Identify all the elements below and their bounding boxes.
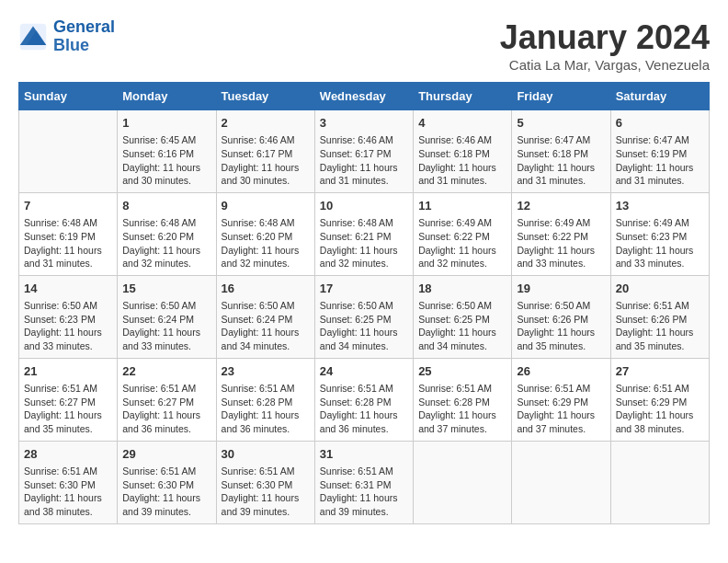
day-number: 27 — [616, 363, 704, 380]
day-info-line: Sunset: 6:18 PM — [517, 147, 605, 161]
weekday-header: Monday — [118, 83, 216, 110]
day-info-line: and 38 minutes. — [24, 505, 112, 519]
day-info-line: and 33 minutes. — [24, 339, 112, 353]
day-info-line: Sunrise: 6:50 AM — [24, 299, 112, 313]
day-info-line: Daylight: 11 hours — [122, 408, 210, 422]
calendar-cell: 29Sunrise: 6:51 AMSunset: 6:30 PMDayligh… — [118, 441, 216, 523]
day-info-line: Sunrise: 6:48 AM — [122, 216, 210, 230]
day-info-line: Sunset: 6:23 PM — [24, 313, 112, 327]
day-info-line: and 39 minutes. — [320, 505, 408, 519]
day-info-line: Sunrise: 6:51 AM — [24, 382, 112, 396]
weekday-header: Sunday — [19, 83, 118, 110]
day-info-line: Sunrise: 6:50 AM — [418, 299, 506, 313]
calendar-week-row: 28Sunrise: 6:51 AMSunset: 6:30 PMDayligh… — [19, 441, 710, 523]
day-info-line: Sunset: 6:17 PM — [320, 147, 408, 161]
calendar-cell: 23Sunrise: 6:51 AMSunset: 6:28 PMDayligh… — [216, 358, 314, 441]
day-info-line: and 32 minutes. — [222, 257, 310, 270]
day-info-line: Sunset: 6:28 PM — [222, 396, 310, 409]
calendar-cell: 21Sunrise: 6:51 AMSunset: 6:27 PMDayligh… — [19, 358, 118, 441]
day-number: 9 — [222, 198, 310, 214]
day-info-line: Daylight: 11 hours — [24, 408, 112, 422]
day-number: 10 — [320, 198, 408, 214]
day-info-line: Sunrise: 6:51 AM — [616, 382, 704, 396]
day-info-line: Sunset: 6:18 PM — [418, 147, 506, 161]
calendar-cell: 10Sunrise: 6:48 AMSunset: 6:21 PMDayligh… — [314, 192, 413, 275]
day-info-line: Sunrise: 6:51 AM — [122, 382, 210, 396]
day-info-line: Daylight: 11 hours — [616, 161, 704, 175]
day-info-line: Sunrise: 6:51 AM — [24, 465, 112, 478]
day-info-line: Sunset: 6:30 PM — [222, 478, 310, 492]
day-info-line: Daylight: 11 hours — [222, 161, 310, 175]
day-info-line: Sunset: 6:27 PM — [122, 396, 210, 409]
day-info-line: Sunrise: 6:49 AM — [418, 216, 506, 230]
calendar-cell: 30Sunrise: 6:51 AMSunset: 6:30 PMDayligh… — [216, 441, 314, 523]
calendar-cell: 3Sunrise: 6:46 AMSunset: 6:17 PMDaylight… — [314, 110, 413, 193]
day-info-line: and 33 minutes. — [517, 257, 605, 270]
day-number: 15 — [122, 281, 210, 297]
calendar-cell: 15Sunrise: 6:50 AMSunset: 6:24 PMDayligh… — [118, 275, 216, 358]
day-info-line: Daylight: 11 hours — [320, 408, 408, 422]
logo: General Blue — [18, 18, 115, 55]
day-info-line: Sunrise: 6:48 AM — [24, 216, 112, 230]
calendar-cell: 14Sunrise: 6:50 AMSunset: 6:23 PMDayligh… — [19, 275, 118, 358]
calendar-cell: 13Sunrise: 6:49 AMSunset: 6:23 PMDayligh… — [610, 192, 709, 275]
day-number: 28 — [24, 446, 112, 463]
day-info-line: Sunrise: 6:51 AM — [320, 465, 408, 478]
day-info-line: Daylight: 11 hours — [24, 491, 112, 505]
day-info-line: Sunrise: 6:51 AM — [616, 299, 704, 313]
day-number: 4 — [418, 115, 506, 132]
day-number: 25 — [418, 363, 506, 380]
day-info-line: Sunrise: 6:46 AM — [418, 133, 506, 147]
month-title: January 2024 — [500, 18, 710, 57]
day-info-line: Daylight: 11 hours — [24, 244, 112, 258]
day-info-line: Sunrise: 6:51 AM — [222, 465, 310, 478]
day-number: 11 — [418, 198, 506, 214]
day-info-line: Sunrise: 6:51 AM — [320, 382, 408, 396]
logo-icon — [18, 22, 48, 52]
day-info-line: Daylight: 11 hours — [222, 408, 310, 422]
calendar-cell: 11Sunrise: 6:49 AMSunset: 6:22 PMDayligh… — [414, 192, 512, 275]
day-info-line: Sunrise: 6:49 AM — [616, 216, 704, 230]
day-number: 16 — [222, 281, 310, 297]
day-info-line: and 36 minutes. — [122, 422, 210, 436]
day-info-line: Sunrise: 6:49 AM — [517, 216, 605, 230]
calendar-cell: 8Sunrise: 6:48 AMSunset: 6:20 PMDaylight… — [118, 192, 216, 275]
day-number: 13 — [616, 198, 704, 214]
day-info-line: Sunset: 6:26 PM — [517, 313, 605, 327]
day-info-line: Daylight: 11 hours — [418, 408, 506, 422]
day-info-line: Daylight: 11 hours — [616, 244, 704, 258]
day-number: 3 — [320, 115, 408, 132]
calendar-cell: 12Sunrise: 6:49 AMSunset: 6:22 PMDayligh… — [512, 192, 610, 275]
day-number: 12 — [517, 198, 605, 214]
day-info-line: Daylight: 11 hours — [122, 244, 210, 258]
day-info-line: Daylight: 11 hours — [320, 326, 408, 339]
day-info-line: and 36 minutes. — [222, 422, 310, 436]
calendar-cell: 25Sunrise: 6:51 AMSunset: 6:28 PMDayligh… — [414, 358, 512, 441]
day-info-line: Sunrise: 6:48 AM — [320, 216, 408, 230]
day-info-line: and 32 minutes. — [418, 257, 506, 270]
calendar-cell: 4Sunrise: 6:46 AMSunset: 6:18 PMDaylight… — [414, 110, 512, 193]
day-info-line: and 32 minutes. — [320, 257, 408, 270]
day-info-line: Daylight: 11 hours — [24, 326, 112, 339]
day-number: 20 — [616, 281, 704, 297]
day-number: 6 — [616, 115, 704, 132]
day-info-line: Sunset: 6:23 PM — [616, 230, 704, 244]
day-info-line: Sunset: 6:25 PM — [320, 313, 408, 327]
day-info-line: Sunrise: 6:50 AM — [320, 299, 408, 313]
calendar-cell: 31Sunrise: 6:51 AMSunset: 6:31 PMDayligh… — [314, 441, 413, 523]
title-block: January 2024 Catia La Mar, Vargas, Venez… — [500, 18, 710, 73]
day-info-line: and 35 minutes. — [24, 422, 112, 436]
logo-text: General Blue — [53, 18, 115, 55]
day-number: 1 — [122, 115, 210, 132]
calendar-cell — [414, 441, 512, 523]
location-subtitle: Catia La Mar, Vargas, Venezuela — [500, 57, 710, 73]
day-info-line: Sunset: 6:30 PM — [122, 478, 210, 492]
day-info-line: and 33 minutes. — [122, 339, 210, 353]
day-info-line: and 33 minutes. — [616, 257, 704, 270]
weekday-header: Tuesday — [216, 83, 314, 110]
day-info-line: and 37 minutes. — [517, 422, 605, 436]
day-info-line: Sunset: 6:31 PM — [320, 478, 408, 492]
weekday-header: Wednesday — [314, 83, 413, 110]
calendar-cell — [19, 110, 118, 193]
calendar-cell: 16Sunrise: 6:50 AMSunset: 6:24 PMDayligh… — [216, 275, 314, 358]
